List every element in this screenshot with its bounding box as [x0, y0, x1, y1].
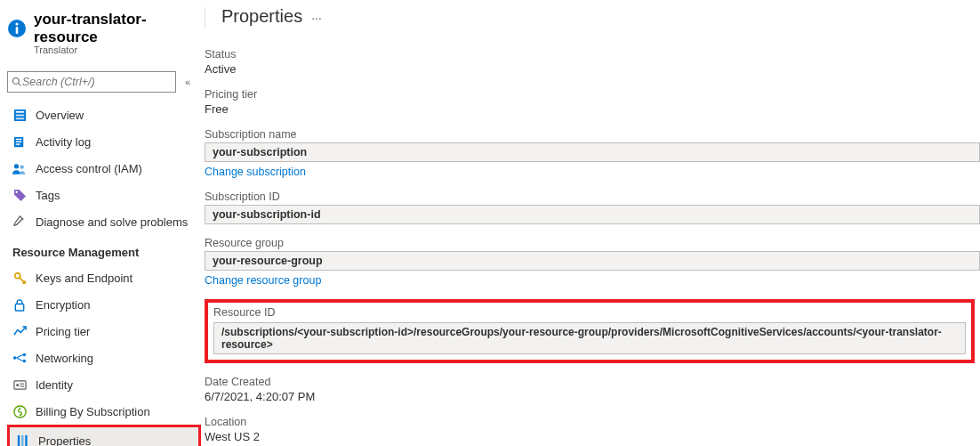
- sidebar-item-label: Overview: [36, 109, 84, 122]
- info-icon: [7, 19, 27, 38]
- sidebar-section-header: Resource Management: [7, 235, 205, 264]
- svg-rect-17: [15, 304, 23, 311]
- svg-point-2: [15, 22, 18, 25]
- svg-point-15: [15, 191, 17, 192]
- svg-rect-21: [13, 380, 25, 388]
- rid-label: Resource ID: [213, 306, 966, 319]
- svg-point-18: [13, 356, 17, 360]
- rg-value[interactable]: your-resource-group: [205, 251, 980, 271]
- svg-point-13: [14, 164, 19, 168]
- properties-icon: [15, 434, 29, 446]
- sidebar-item-encryption[interactable]: Encryption: [7, 291, 205, 318]
- identity-icon: [12, 377, 27, 392]
- sidebar-item-pricing[interactable]: Pricing tier: [7, 318, 205, 345]
- sidebar-item-label: Keys and Endpoint: [36, 272, 133, 285]
- sidebar-item-access-control[interactable]: Access control (IAM): [7, 155, 205, 182]
- sidebar-item-label: Access control (IAM): [36, 162, 142, 175]
- status-value: Active: [205, 62, 980, 76]
- billing-icon: [12, 404, 27, 418]
- sub-name-label: Subscription name: [205, 128, 980, 141]
- svg-rect-23: [20, 383, 24, 384]
- sidebar-item-keys[interactable]: Keys and Endpoint: [7, 264, 205, 291]
- field-resource-group: Resource group your-resource-group Chang…: [205, 237, 980, 287]
- location-value: West US 2: [205, 430, 980, 443]
- field-pricing-tier: Pricing tier Free: [205, 88, 980, 116]
- svg-point-20: [23, 360, 27, 363]
- rid-value[interactable]: /subscriptions/<your-subscription-id>/re…: [213, 322, 966, 354]
- sidebar-item-tags[interactable]: Tags: [7, 182, 205, 208]
- svg-rect-1: [16, 27, 19, 34]
- overview-icon: [12, 108, 27, 122]
- sidebar-item-identity[interactable]: Identity: [7, 371, 205, 398]
- sidebar-item-label: Properties: [38, 434, 91, 447]
- svg-point-14: [20, 165, 24, 168]
- svg-point-19: [23, 353, 27, 357]
- svg-point-22: [16, 384, 19, 386]
- tags-icon: [12, 188, 27, 202]
- resource-title: your-translator-resource: [34, 11, 205, 46]
- sidebar-item-diagnose[interactable]: Diagnose and solve problems: [7, 208, 205, 235]
- sidebar-item-billing[interactable]: Billing By Subscription: [7, 398, 205, 425]
- sidebar-search[interactable]: [7, 71, 176, 93]
- sidebar-item-label: Activity log: [36, 135, 91, 149]
- highlight-properties: Properties: [7, 425, 201, 446]
- sidebar-item-label: Identity: [36, 378, 73, 392]
- highlight-resource-id: Resource ID /subscriptions/<your-subscri…: [205, 299, 975, 363]
- sidebar-item-label: Billing By Subscription: [36, 405, 150, 418]
- key-icon: [12, 271, 27, 285]
- diagnose-icon: [12, 215, 27, 229]
- sidebar: your-translator-resource Translator « Ov…: [0, 0, 205, 446]
- field-location: Location West US 2: [205, 416, 980, 443]
- iam-icon: [12, 161, 27, 175]
- header-divider: [205, 7, 205, 28]
- sub-id-value[interactable]: your-subscription-id: [205, 205, 980, 224]
- svg-rect-24: [20, 385, 24, 386]
- sidebar-item-label: Networking: [36, 352, 93, 365]
- svg-rect-26: [17, 434, 19, 446]
- page-title: Properties: [221, 6, 302, 27]
- lock-icon: [12, 297, 27, 312]
- main-panel: Properties ··· Status Active Pricing tie…: [205, 0, 980, 446]
- sidebar-item-label: Diagnose and solve problems: [36, 215, 188, 229]
- search-icon: [12, 77, 22, 87]
- change-subscription-link[interactable]: Change subscription: [205, 166, 980, 178]
- networking-icon: [12, 351, 27, 365]
- sidebar-item-overview[interactable]: Overview: [7, 101, 205, 128]
- sidebar-item-networking[interactable]: Networking: [7, 345, 205, 371]
- field-subscription-name: Subscription name your-subscription Chan…: [205, 128, 980, 178]
- status-label: Status: [205, 48, 980, 61]
- svg-rect-7: [15, 114, 23, 116]
- field-status: Status Active: [205, 48, 980, 76]
- svg-point-3: [13, 78, 20, 85]
- svg-rect-10: [15, 138, 21, 139]
- tier-value: Free: [205, 102, 980, 116]
- more-actions-icon[interactable]: ···: [311, 7, 322, 25]
- svg-line-4: [19, 84, 21, 86]
- sub-id-label: Subscription ID: [205, 191, 980, 203]
- svg-rect-12: [15, 143, 20, 144]
- field-date-created: Date Created 6/7/2021, 4:20:07 PM: [205, 376, 980, 403]
- rg-label: Resource group: [205, 237, 980, 249]
- resource-header: your-translator-resource: [7, 7, 205, 46]
- svg-rect-28: [25, 434, 27, 446]
- sidebar-item-activity-log[interactable]: Activity log: [7, 128, 205, 155]
- tier-label: Pricing tier: [205, 88, 980, 101]
- svg-rect-11: [15, 141, 21, 142]
- svg-rect-8: [15, 118, 23, 119]
- activity-log-icon: [12, 134, 27, 149]
- pricing-icon: [12, 324, 27, 338]
- collapse-sidebar-icon[interactable]: «: [185, 77, 190, 87]
- created-label: Date Created: [205, 376, 980, 388]
- sidebar-item-label: Tags: [36, 189, 60, 202]
- sidebar-item-label: Pricing tier: [36, 325, 90, 338]
- svg-rect-6: [15, 110, 23, 112]
- created-value: 6/7/2021, 4:20:07 PM: [205, 390, 980, 403]
- sub-name-value[interactable]: your-subscription: [205, 142, 980, 162]
- field-subscription-id: Subscription ID your-subscription-id: [205, 191, 980, 224]
- location-label: Location: [205, 416, 980, 428]
- svg-rect-27: [21, 434, 23, 446]
- sidebar-item-label: Encryption: [36, 298, 90, 312]
- sidebar-item-properties[interactable]: Properties: [10, 427, 198, 446]
- change-rg-link[interactable]: Change resource group: [205, 274, 980, 287]
- search-input[interactable]: [22, 76, 172, 88]
